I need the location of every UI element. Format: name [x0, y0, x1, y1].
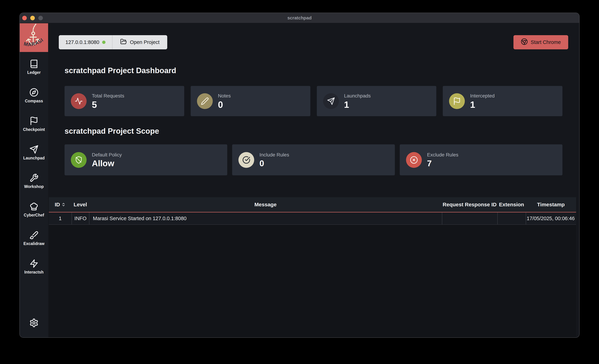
sidebar-item-label: Interactsh: [24, 270, 44, 275]
log-cell-extension: [497, 213, 526, 224]
start-chrome-button[interactable]: Start Chrome: [513, 35, 568, 49]
scope-value: 0: [259, 159, 289, 168]
stat-label: Launchpads: [344, 93, 371, 99]
proxy-status-dot: [102, 41, 106, 44]
zoom-window-button[interactable]: [38, 16, 43, 20]
traffic-lights: [22, 13, 43, 23]
sidebar-item-ledger[interactable]: Ledger: [20, 59, 48, 75]
logs-table: ID Level Message Request Response ID Ext…: [49, 197, 576, 337]
scope-heading: scratchpad Project Scope: [65, 126, 563, 136]
scope-value: 7: [427, 159, 458, 168]
sidebar-item-launchpad[interactable]: Launchpad: [20, 145, 48, 160]
scope-label: Exclude Rules: [427, 152, 458, 158]
app-window: scratchpad MARASI: [19, 13, 580, 338]
sidebar-item-label: Launchpad: [23, 156, 45, 160]
stat-card-launchpads: Launchpads 1: [317, 86, 436, 116]
wrench-icon: [29, 173, 38, 183]
stat-card-notes: Notes 0: [191, 86, 310, 116]
stat-card-total-requests: Total Requests 5: [65, 86, 184, 116]
main-content: 127.0.0.1:8080 Open Project: [48, 23, 579, 337]
sidebar: MARASI Ledger Compass: [20, 23, 48, 337]
logs-header-timestamp: Timestamp: [526, 202, 576, 208]
paper-plane-icon: [29, 145, 38, 154]
chrome-icon: [521, 38, 528, 46]
window-title: scratchpad: [287, 15, 312, 21]
sidebar-item-cyberchef[interactable]: CyberChef: [20, 202, 48, 218]
log-table-row[interactable]: 1 INFO Marasi Service Started on 127.0.0…: [49, 213, 576, 225]
sidebar-item-label: Workshop: [24, 184, 44, 189]
flag-icon: [449, 93, 465, 109]
column-label: ID: [55, 202, 60, 208]
stat-value: 1: [470, 100, 494, 109]
toolbar: 127.0.0.1:8080 Open Project: [59, 35, 568, 49]
sidebar-item-workshop[interactable]: Workshop: [20, 173, 48, 189]
pencil-icon: [197, 93, 213, 109]
open-project-label: Open Project: [130, 39, 159, 45]
check-circle-icon: [238, 152, 254, 168]
chef-hat-icon: [29, 202, 38, 211]
logs-header-extension: Extension: [497, 202, 526, 208]
logs-empty-area: [49, 225, 576, 337]
marasi-logo: MARASI: [20, 23, 48, 52]
titlebar: scratchpad: [20, 13, 579, 23]
log-cell-message: Marasi Service Started on 127.0.0.1:8080: [89, 213, 442, 224]
scope-card-default-policy: Default Policy Allow: [65, 144, 227, 175]
start-chrome-label: Start Chrome: [531, 39, 561, 45]
sidebar-item-compass[interactable]: Compass: [20, 88, 48, 103]
x-circle-icon: [406, 152, 422, 168]
logs-header-row: ID Level Message Request Response ID Ext…: [49, 197, 576, 213]
shield-off-icon: [71, 152, 87, 168]
sidebar-item-label: Checkpoint: [23, 127, 45, 132]
sidebar-nav: Ledger Compass Checkpoint: [20, 52, 48, 287]
flag-icon: [29, 116, 38, 125]
proxy-group: 127.0.0.1:8080 Open Project: [59, 35, 167, 49]
activity-icon: [71, 93, 87, 109]
lightning-icon: [29, 259, 38, 268]
stat-label: Notes: [218, 93, 231, 99]
scope-label: Default Policy: [92, 152, 122, 158]
sidebar-item-label: Compass: [25, 99, 43, 103]
open-project-button[interactable]: Open Project: [113, 35, 167, 49]
proxy-address: 127.0.0.1:8080: [59, 35, 112, 49]
sidebar-item-excalidraw[interactable]: Excalidraw: [20, 231, 48, 246]
scope-cards: Default Policy Allow Include Rules 0: [65, 144, 563, 175]
log-cell-timestamp: 17/05/2025, 00:06:46: [526, 213, 576, 224]
paintbrush-icon: [29, 231, 38, 240]
logs-header-message: Message: [89, 202, 442, 208]
logs-header-id[interactable]: ID: [49, 202, 71, 208]
folder-open-icon: [120, 38, 127, 46]
sidebar-item-interactsh[interactable]: Interactsh: [20, 259, 48, 275]
proxy-address-text: 127.0.0.1:8080: [65, 39, 99, 45]
compass-icon: [29, 88, 38, 97]
log-cell-request-response-id: [442, 213, 497, 224]
dashboard-heading: scratchpad Project Dashboard: [65, 66, 563, 75]
scope-card-exclude-rules: Exclude Rules 7: [400, 144, 563, 175]
close-window-button[interactable]: [22, 16, 27, 20]
stat-label: Intercepted: [470, 93, 494, 99]
stat-card-intercepted: Intercepted 1: [443, 86, 563, 116]
paper-plane-icon: [323, 93, 339, 109]
minimize-window-button[interactable]: [30, 16, 35, 20]
scope-card-include-rules: Include Rules 0: [232, 144, 395, 175]
scope-label: Include Rules: [259, 152, 289, 158]
sidebar-item-label: CyberChef: [24, 213, 44, 218]
log-cell-level: INFO: [71, 213, 89, 224]
dashboard-stats: Total Requests 5 Notes 0: [65, 86, 563, 116]
sort-arrows-icon: [62, 203, 66, 207]
book-icon: [29, 59, 38, 68]
logs-header-request-response-id: Request Response ID: [442, 202, 497, 208]
scope-value: Allow: [92, 159, 122, 168]
stat-value: 0: [218, 100, 231, 109]
svg-text:MARASI: MARASI: [23, 37, 44, 47]
stat-value: 1: [344, 100, 371, 109]
stat-label: Total Requests: [92, 93, 124, 99]
settings-button[interactable]: [20, 318, 48, 328]
log-cell-id: 1: [49, 213, 71, 224]
sidebar-item-label: Excalidraw: [23, 241, 44, 246]
sidebar-item-label: Ledger: [27, 70, 41, 75]
sidebar-item-checkpoint[interactable]: Checkpoint: [20, 116, 48, 132]
logs-header-level: Level: [71, 202, 89, 208]
logo-text: MARASI: [23, 37, 44, 47]
stat-value: 5: [92, 100, 124, 109]
gear-icon: [29, 318, 39, 328]
